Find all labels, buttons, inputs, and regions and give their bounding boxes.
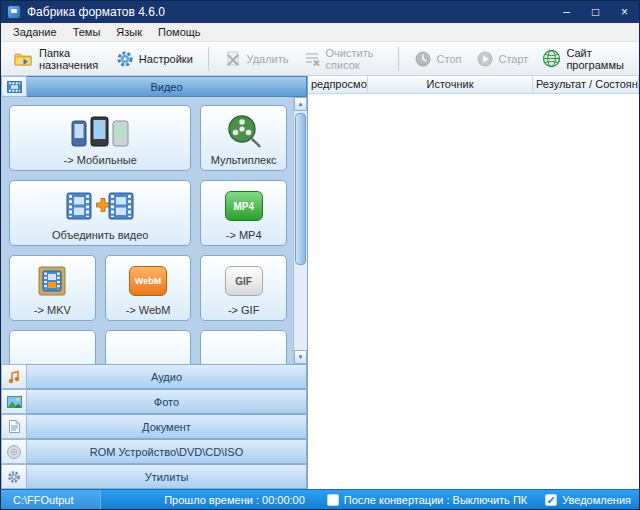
menu-item-task[interactable]: Задание (5, 24, 65, 40)
format-button-partial[interactable] (9, 330, 96, 364)
checkbox-unchecked-icon[interactable] (327, 494, 339, 506)
task-list-body[interactable] (308, 94, 639, 489)
sidebar-section-audio[interactable]: Аудио (1, 364, 307, 389)
toolbar-delete-button[interactable]: Удалить (217, 46, 296, 72)
settings-gear-icon (116, 50, 134, 68)
toolbar-button-label: Старт (499, 53, 529, 65)
disc-icon (1, 439, 27, 464)
formats-scrollbar[interactable]: ▲ ▼ (293, 97, 307, 364)
toolbar-stop-button[interactable]: Стоп (407, 46, 469, 72)
format-button-mp4[interactable]: MP4 -> MP4 (200, 180, 287, 246)
format-button-label: -> MKV (34, 303, 71, 317)
sidebar-section-label[interactable]: Утилиты (27, 464, 307, 489)
mp4-badge-icon: MP4 (203, 184, 284, 228)
format-button-label: -> WebM (126, 303, 171, 317)
close-button[interactable]: × (610, 1, 639, 23)
format-button-partial[interactable] (200, 330, 287, 364)
toolbar-button-label: Настройки (139, 53, 193, 65)
column-header-result[interactable]: Результат / Состояние (533, 76, 639, 93)
utilities-gear-icon (1, 464, 27, 489)
menu-item-help[interactable]: Помощь (150, 24, 209, 40)
video-section-title[interactable]: Видео (27, 76, 307, 97)
app-icon (7, 5, 21, 19)
start-play-icon (476, 50, 494, 68)
toolbar-button-label: Стоп (437, 53, 462, 65)
shutdown-after-conversion-label: После конвертации : Выключить ПК (344, 494, 527, 506)
task-table-header: редпросмот Источник Результат / Состояни… (308, 76, 639, 94)
window-controls: – □ × (552, 1, 639, 23)
output-folder-button[interactable]: C:\FFOutput (1, 490, 101, 509)
photo-icon (1, 389, 27, 414)
toolbar-button-label: Сайт программы (566, 47, 624, 71)
toolbar: Папка назначения Настройки Удалить (1, 42, 639, 76)
website-globe-icon (542, 49, 561, 68)
format-button-partial[interactable] (105, 330, 192, 364)
column-header-source[interactable]: Источник (368, 76, 533, 93)
music-note-icon (1, 364, 27, 389)
delete-icon (224, 50, 242, 68)
format-button-join-video[interactable]: Объединить видео (9, 180, 191, 246)
format-button-webm[interactable]: WebM -> WebM (105, 255, 192, 321)
shutdown-after-conversion-checkbox[interactable]: После конвертации : Выключить ПК (327, 494, 527, 506)
format-icon (203, 334, 284, 364)
task-list-panel: редпросмот Источник Результат / Состояни… (308, 76, 639, 489)
elapsed-time-label: Прошло времени : 00:00:00 (164, 494, 305, 506)
column-header-preview[interactable]: редпросмот (308, 76, 368, 93)
sidebar-section-rom-device[interactable]: ROM Устройство\DVD\CD\ISO (1, 439, 307, 464)
menu-item-language[interactable]: Язык (108, 24, 150, 40)
toolbar-button-label: Удалить (247, 53, 289, 65)
format-button-multiplex[interactable]: Мультиплекс (200, 105, 287, 171)
webm-badge-icon: WebM (108, 259, 189, 303)
join-video-icon (12, 184, 188, 228)
scroll-down-arrow[interactable]: ▼ (294, 350, 307, 364)
toolbar-website-button[interactable]: Сайт программы (535, 43, 631, 75)
sidebar-section-label[interactable]: Аудио (27, 364, 307, 389)
app-window: Фабрика форматов 4.6.0 – □ × Задание Тем… (0, 0, 640, 510)
toolbar-separator (398, 47, 399, 71)
titlebar[interactable]: Фабрика форматов 4.6.0 – □ × (1, 1, 639, 23)
sidebar-section-label[interactable]: Документ (27, 414, 307, 439)
destination-folder-icon (14, 51, 34, 67)
gif-badge-icon: GIF (203, 259, 284, 303)
sidebar-section-document[interactable]: Документ (1, 414, 307, 439)
toolbar-clear-list-button[interactable]: Очистить список (296, 43, 390, 75)
mobile-devices-icon (12, 109, 188, 153)
format-icon (12, 334, 93, 364)
statusbar: C:\FFOutput Прошло времени : 00:00:00 По… (1, 489, 639, 509)
format-button-gif[interactable]: GIF -> GIF (200, 255, 287, 321)
notifications-checkbox[interactable]: ✓ Уведомления (545, 494, 631, 506)
format-button-mkv[interactable]: -> MKV (9, 255, 96, 321)
checkmark-icon: ✓ (547, 495, 556, 505)
film-reel-icon (203, 109, 284, 153)
video-formats-area: -> Мобильные (1, 97, 307, 364)
format-button-mobile[interactable]: -> Мобильные (9, 105, 191, 171)
video-formats-grid: -> Мобильные (1, 97, 293, 364)
clear-list-icon (303, 50, 321, 68)
webm-badge-text: WebM (129, 266, 167, 296)
scroll-up-arrow[interactable]: ▲ (294, 97, 307, 111)
sidebar-section-photo[interactable]: Фото (1, 389, 307, 414)
sidebar-section-utilities[interactable]: Утилиты (1, 464, 307, 489)
format-button-label: -> Мобильные (64, 153, 137, 167)
checkbox-checked-icon[interactable]: ✓ (545, 494, 557, 506)
scroll-thumb[interactable] (295, 113, 306, 265)
format-button-label: -> MP4 (226, 228, 262, 242)
film-strip-icon (12, 259, 93, 303)
sidebar-section-label[interactable]: Фото (27, 389, 307, 414)
toolbar-destination-folder-button[interactable]: Папка назначения (7, 43, 109, 75)
format-button-label: Объединить видео (52, 228, 149, 242)
toolbar-settings-button[interactable]: Настройки (109, 46, 200, 72)
format-button-label: Мультиплекс (211, 153, 277, 167)
sidebar-section-label[interactable]: ROM Устройство\DVD\CD\ISO (27, 439, 307, 464)
stop-clock-icon (414, 50, 432, 68)
menu-item-themes[interactable]: Темы (65, 24, 109, 40)
format-icon (108, 334, 189, 364)
minimize-button[interactable]: – (552, 1, 581, 23)
format-button-label: -> GIF (228, 303, 259, 317)
maximize-button[interactable]: □ (581, 1, 610, 23)
video-section-header[interactable]: Видео (1, 76, 307, 97)
main-area: Видео (1, 76, 639, 489)
toolbar-start-button[interactable]: Старт (469, 46, 536, 72)
menubar: Задание Темы Язык Помощь (1, 23, 639, 42)
toolbar-separator (208, 47, 209, 71)
